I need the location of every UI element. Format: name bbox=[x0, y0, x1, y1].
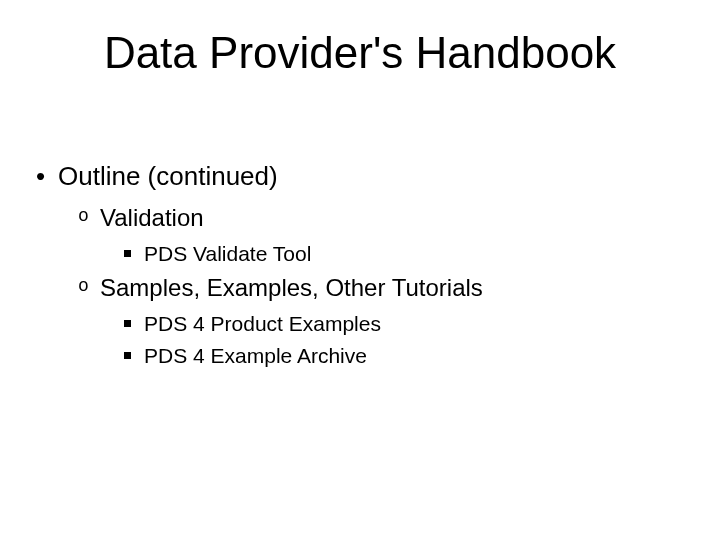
bullet-item-pds4-product-examples: PDS 4 Product Examples bbox=[36, 311, 684, 337]
bullet-item-pds-validate-tool: PDS Validate Tool bbox=[36, 241, 684, 267]
item-label: PDS 4 Product Examples bbox=[144, 312, 381, 335]
section-label: Validation bbox=[100, 204, 204, 231]
outline-heading-text: Outline (continued) bbox=[58, 161, 278, 191]
bullet-section-samples: Samples, Examples, Other Tutorials bbox=[36, 273, 684, 303]
item-label: PDS Validate Tool bbox=[144, 242, 311, 265]
bullet-outline-heading: Outline (continued) bbox=[36, 160, 684, 193]
slide-body: Outline (continued) Validation PDS Valid… bbox=[36, 160, 684, 375]
bullet-section-validation: Validation bbox=[36, 203, 684, 233]
slide: Data Provider's Handbook Outline (contin… bbox=[0, 0, 720, 540]
slide-title: Data Provider's Handbook bbox=[0, 28, 720, 78]
bullet-item-pds4-example-archive: PDS 4 Example Archive bbox=[36, 343, 684, 369]
section-label: Samples, Examples, Other Tutorials bbox=[100, 274, 483, 301]
item-label: PDS 4 Example Archive bbox=[144, 344, 367, 367]
